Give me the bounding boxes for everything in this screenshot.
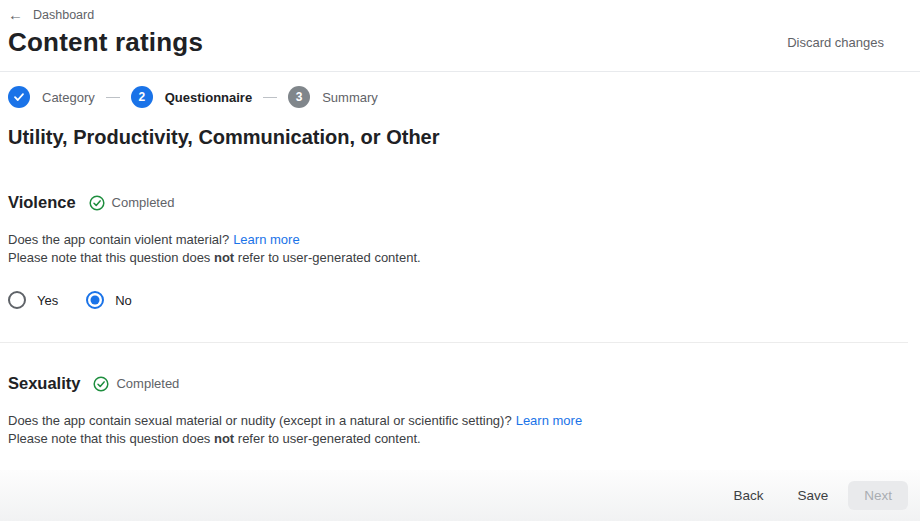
sexuality-status-badge: Completed [93, 376, 179, 392]
sexuality-section-header: Sexuality Completed [8, 374, 920, 393]
step-summary-label: Summary [322, 90, 378, 105]
stepper-connector [106, 97, 120, 98]
page-title: Content ratings [8, 27, 203, 58]
note-bold: not [214, 250, 234, 265]
stepper-connector [263, 97, 277, 98]
footer-action-bar: Back Save Next [0, 470, 920, 521]
violence-status-label: Completed [112, 195, 175, 210]
save-button[interactable]: Save [783, 480, 842, 511]
radio-unselected-icon[interactable] [8, 291, 26, 309]
violence-question-block: Does the app contain violent material?Le… [8, 231, 920, 267]
breadcrumb-label: Dashboard [33, 8, 94, 22]
sexuality-question: Does the app contain sexual material or … [8, 412, 920, 430]
sexuality-question-block: Does the app contain sexual material or … [8, 412, 920, 448]
step-questionnaire-label: Questionnaire [165, 90, 252, 105]
next-button[interactable]: Next [848, 481, 908, 510]
violence-question-text: Does the app contain violent material? [8, 232, 229, 247]
violence-radio-group: Yes No [8, 291, 920, 309]
note-text: Please note that this question does [8, 431, 214, 446]
note-bold: not [214, 431, 234, 446]
radio-selected-icon[interactable] [86, 291, 104, 309]
violence-no-label: No [115, 293, 132, 308]
note-text: refer to user-generated content. [234, 250, 420, 265]
step-2-circle: 2 [131, 86, 153, 108]
violence-question: Does the app contain violent material?Le… [8, 231, 920, 249]
breadcrumb[interactable]: ← Dashboard [0, 0, 94, 22]
violence-radio-yes[interactable]: Yes [8, 291, 58, 309]
step-summary[interactable]: 3 Summary [288, 86, 378, 108]
sexuality-learn-more-link[interactable]: Learn more [516, 413, 582, 428]
sexuality-section-title: Sexuality [8, 374, 80, 393]
completed-check-icon [89, 195, 105, 211]
note-text: Please note that this question does [8, 250, 214, 265]
back-arrow-icon: ← [8, 7, 23, 22]
violence-yes-label: Yes [37, 293, 58, 308]
sexuality-status-label: Completed [116, 376, 179, 391]
sexuality-note: Please note that this question does not … [8, 430, 920, 448]
step-3-circle: 3 [288, 86, 310, 108]
discard-changes-button[interactable]: Discard changes [787, 35, 884, 50]
check-circle-icon [8, 86, 30, 108]
title-row: Content ratings Discard changes [0, 27, 920, 58]
violence-radio-no[interactable]: No [86, 291, 132, 309]
completed-check-icon [93, 376, 109, 392]
violence-section-title: Violence [8, 193, 76, 212]
step-questionnaire[interactable]: 2 Questionnaire [131, 86, 252, 108]
step-category-label: Category [42, 90, 95, 105]
category-heading: Utility, Productivity, Communication, or… [8, 126, 920, 149]
section-divider [0, 342, 908, 343]
violence-learn-more-link[interactable]: Learn more [233, 232, 299, 247]
back-button[interactable]: Back [719, 480, 777, 511]
note-text: refer to user-generated content. [234, 431, 420, 446]
stepper: Category 2 Questionnaire 3 Summary [0, 72, 920, 108]
violence-section-header: Violence Completed [8, 193, 920, 212]
violence-status-badge: Completed [89, 195, 175, 211]
step-category[interactable]: Category [8, 86, 95, 108]
violence-note: Please note that this question does not … [8, 249, 920, 267]
sexuality-question-text: Does the app contain sexual material or … [8, 413, 512, 428]
